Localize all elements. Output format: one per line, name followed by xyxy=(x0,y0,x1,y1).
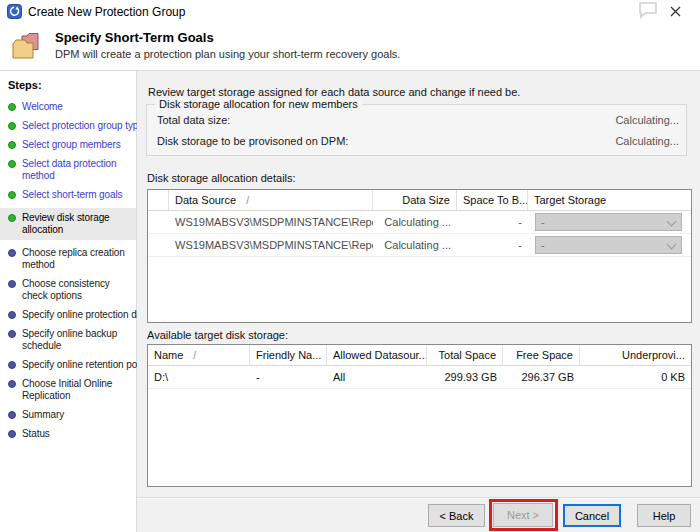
column-header-allowed-datasources[interactable]: Allowed Datasour... xyxy=(327,345,427,365)
steps-heading: Steps: xyxy=(8,79,136,91)
sidebar-item-label: Choose replica creation method xyxy=(22,247,125,270)
sidebar-item-specify-online-retention-policy: Specify online retention policy xyxy=(0,359,136,371)
column-header-total-space[interactable]: Total Space xyxy=(427,345,503,365)
table-row[interactable]: D:\ - All 299.93 GB 296.37 GB 0 KB xyxy=(148,366,691,389)
free-space-cell: 296.37 GB xyxy=(503,371,580,383)
sidebar-item-select-data-protection-method[interactable]: Select data protection method xyxy=(0,158,136,182)
step-pending-bullet xyxy=(8,361,16,369)
data-size-cell: Calculating ... xyxy=(373,239,457,251)
sidebar-item-select-short-term-goals[interactable]: Select short-term goals xyxy=(0,189,136,201)
space-cell: - xyxy=(457,216,528,228)
chevron-down-icon xyxy=(667,240,677,250)
available-table-header: Name/ Friendly Na... Allowed Datasour...… xyxy=(148,345,691,366)
page-subtitle: DPM will create a protection plan using … xyxy=(55,48,400,60)
column-header-data-source[interactable]: Data Source/ xyxy=(169,190,373,210)
sidebar-item-specify-online-backup-schedule: Specify online backup schedule xyxy=(0,328,136,352)
step-current-bullet xyxy=(8,214,16,222)
groupbox-title: Disk storage allocation for new members xyxy=(155,98,362,110)
target-storage-dropdown[interactable]: - xyxy=(535,213,682,231)
sidebar-item-select-protection-group-type[interactable]: Select protection group type xyxy=(0,120,136,132)
next-button[interactable]: Next > xyxy=(493,503,553,527)
friendly-name-cell: - xyxy=(250,371,327,383)
total-space-cell: 299.93 GB xyxy=(427,371,503,383)
column-header-data-size[interactable]: Data Size xyxy=(373,190,457,210)
sidebar-item-label: Choose Initial Online Replication xyxy=(22,378,112,401)
sidebar-item-label: Review disk storage allocation xyxy=(22,212,110,235)
create-protection-group-dialog: Create New Protection Group Specify Shor… xyxy=(0,0,700,532)
details-table-header: Data Source/ Data Size Space To B... Tar… xyxy=(148,190,691,211)
steps-sidebar: Steps: Welcome Select protection group t… xyxy=(0,71,137,532)
step-pending-bullet xyxy=(8,430,16,438)
feedback-bubble-icon[interactable] xyxy=(636,1,660,19)
footer-divider xyxy=(137,497,700,499)
step-done-bullet xyxy=(8,191,16,199)
disk-storage-allocation-details-table: Data Source/ Data Size Space To B... Tar… xyxy=(147,189,692,323)
sidebar-item-welcome[interactable]: Welcome xyxy=(0,101,136,113)
step-pending-bullet xyxy=(8,280,16,288)
protection-group-folder-icon xyxy=(9,32,45,64)
disk-storage-provisioned-label: Disk storage to be provisoned on DPM: xyxy=(157,135,348,147)
sidebar-item-label: Specify online backup schedule xyxy=(22,328,117,351)
target-storage-dropdown[interactable]: - xyxy=(535,236,682,254)
details-table-label: Disk storage allocation details: xyxy=(147,172,296,184)
disk-allocation-groupbox: Disk storage allocation for new members … xyxy=(146,104,687,156)
step-pending-bullet xyxy=(8,411,16,419)
column-header-name[interactable]: Name/ xyxy=(148,345,250,365)
sidebar-item-status: Status xyxy=(0,428,136,440)
sidebar-item-specify-online-protection-data: Specify online protection data xyxy=(0,309,136,321)
step-pending-bullet xyxy=(8,311,16,319)
step-done-bullet xyxy=(8,103,16,111)
sidebar-item-label: Select group members xyxy=(22,139,121,150)
sidebar-item-select-group-members[interactable]: Select group members xyxy=(0,139,136,151)
step-done-bullet xyxy=(8,122,16,130)
step-pending-bullet xyxy=(8,249,16,257)
title-bar: Create New Protection Group xyxy=(0,0,700,24)
cancel-button[interactable]: Cancel xyxy=(563,504,621,527)
data-source-cell: WS19MABSV3\MSDPMINSTANCE\ReportServe... xyxy=(169,239,373,251)
total-data-size-label: Total data size: xyxy=(157,114,230,126)
close-icon[interactable] xyxy=(663,2,687,21)
step-pending-bullet xyxy=(8,330,16,338)
sidebar-item-label: Welcome xyxy=(22,101,63,112)
help-button[interactable]: Help xyxy=(637,504,691,527)
sort-ascending-icon: / xyxy=(193,350,196,361)
sidebar-item-label: Specify online protection data xyxy=(22,309,150,320)
step-pending-bullet xyxy=(8,380,16,388)
window-title: Create New Protection Group xyxy=(28,5,185,19)
sidebar-item-review-disk-storage-allocation[interactable]: Review disk storage allocation xyxy=(0,208,136,240)
sidebar-item-label: Select short-term goals xyxy=(22,189,123,200)
sidebar-item-label: Choose consistency check options xyxy=(22,278,110,301)
wizard-header: Specify Short-Term Goals DPM will create… xyxy=(0,24,700,70)
step-done-bullet xyxy=(8,141,16,149)
column-header-friendly-name[interactable]: Friendly Na... xyxy=(250,345,327,365)
step-done-bullet xyxy=(8,160,16,168)
sidebar-item-label: Status xyxy=(22,428,50,439)
data-size-cell: Calculating ... xyxy=(373,216,457,228)
sidebar-item-label: Select protection group type xyxy=(22,120,144,131)
data-source-cell: WS19MABSV3\MSDPMINSTANCE\ReportServe... xyxy=(169,216,373,228)
sidebar-item-label: Specify online retention policy xyxy=(22,359,151,370)
column-header-space-to-b[interactable]: Space To B... xyxy=(457,190,528,210)
total-data-size-value: Calculating... xyxy=(615,114,679,126)
main-content: Review target storage assigned for each … xyxy=(137,71,700,532)
available-target-disk-storage-table: Name/ Friendly Na... Allowed Datasour...… xyxy=(147,344,692,487)
sidebar-item-choose-consistency-check-options: Choose consistency check options xyxy=(0,278,136,302)
column-header-target-storage[interactable]: Target Storage xyxy=(528,190,691,210)
sidebar-item-choose-initial-online-replication: Choose Initial Online Replication xyxy=(0,378,136,402)
column-header-free-space[interactable]: Free Space xyxy=(503,345,580,365)
back-button[interactable]: < Back xyxy=(428,504,485,527)
page-title: Specify Short-Term Goals xyxy=(55,30,214,45)
intro-text: Review target storage assigned for each … xyxy=(148,86,520,98)
available-table-label: Available target disk storage: xyxy=(147,329,288,341)
dpm-app-icon xyxy=(7,4,22,19)
table-row[interactable]: WS19MABSV3\MSDPMINSTANCE\ReportServe... … xyxy=(148,234,691,257)
column-header-underprovisioned[interactable]: Underprovi... xyxy=(580,345,691,365)
sidebar-item-label: Select data protection method xyxy=(22,158,117,181)
volume-name-cell: D:\ xyxy=(148,371,250,383)
sort-ascending-icon: / xyxy=(246,195,249,206)
header-spacer-cell xyxy=(148,190,169,210)
chevron-down-icon xyxy=(667,217,677,227)
sidebar-item-choose-replica-creation-method: Choose replica creation method xyxy=(0,247,136,271)
disk-storage-provisioned-value: Calculating... xyxy=(615,135,679,147)
table-row[interactable]: WS19MABSV3\MSDPMINSTANCE\ReportServe... … xyxy=(148,211,691,234)
